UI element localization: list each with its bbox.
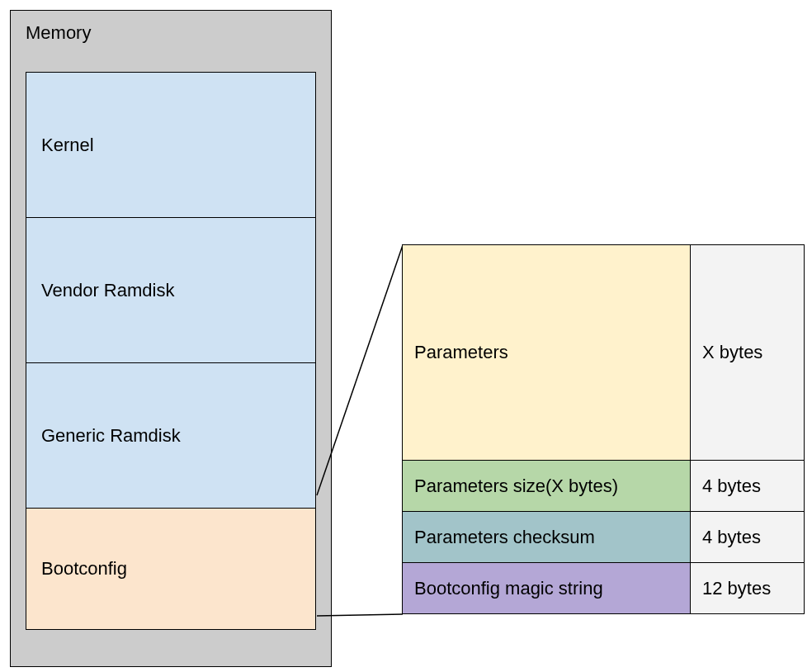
detail-row-parameters-size: Parameters size(X bytes) 4 bytes bbox=[402, 461, 805, 512]
block-generic-ramdisk: Generic Ramdisk bbox=[26, 363, 315, 509]
detail-size-label: Parameters size(X bytes) bbox=[402, 461, 691, 512]
block-kernel: Kernel bbox=[26, 73, 315, 218]
memory-container: Memory Kernel Vendor Ramdisk Generic Ram… bbox=[10, 10, 332, 667]
detail-row-checksum: Parameters checksum 4 bytes bbox=[402, 512, 805, 563]
memory-blocks: Kernel Vendor Ramdisk Generic Ramdisk Bo… bbox=[26, 72, 316, 630]
detail-checksum-label: Parameters checksum bbox=[402, 512, 691, 563]
bootconfig-detail: Parameters X bytes Parameters size(X byt… bbox=[402, 244, 805, 614]
detail-size-bytes: 4 bytes bbox=[691, 461, 805, 512]
detail-parameters-label: Parameters bbox=[402, 244, 691, 461]
detail-magic-bytes: 12 bytes bbox=[691, 563, 805, 614]
detail-checksum-bytes: 4 bytes bbox=[691, 512, 805, 563]
detail-row-parameters: Parameters X bytes bbox=[402, 244, 805, 461]
detail-row-magic-string: Bootconfig magic string 12 bytes bbox=[402, 563, 805, 614]
detail-parameters-size: X bytes bbox=[691, 244, 805, 461]
block-vendor-ramdisk: Vendor Ramdisk bbox=[26, 218, 315, 363]
detail-magic-label: Bootconfig magic string bbox=[402, 563, 691, 614]
block-bootconfig: Bootconfig bbox=[26, 509, 315, 629]
memory-title: Memory bbox=[11, 11, 331, 55]
